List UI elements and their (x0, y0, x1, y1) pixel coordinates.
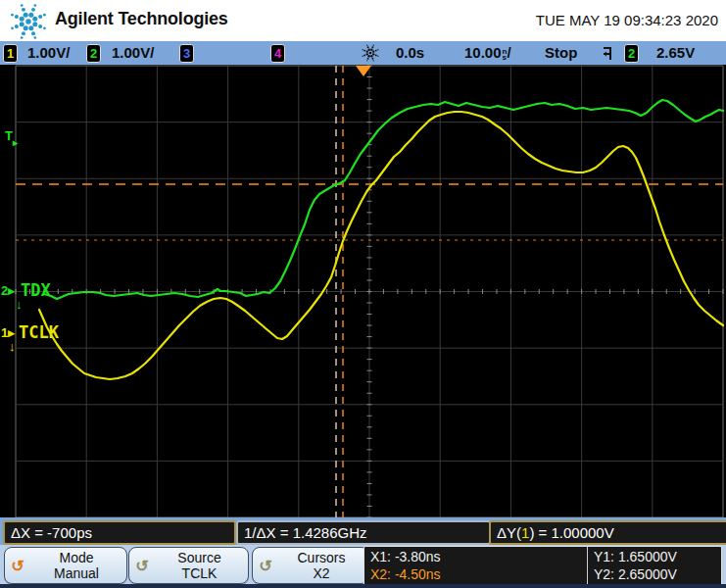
x-cursor-values: X1: -3.80ns X2: -4.50ns (364, 547, 587, 585)
status-toolbar: 1 1.00V/ 2 1.00V/ 3 4 0.0s 10.00ns/ Stop… (0, 41, 726, 65)
source-button-text: SourceTCLK (155, 550, 244, 581)
channel-2-ref-marker[interactable]: 2▸ (1, 284, 15, 297)
x2-value: X2: -4.50ns (370, 565, 587, 583)
measurement-strip: ΔX = -700ps 1/ΔX = 1.4286GHz ΔY(1) = 1.0… (0, 517, 726, 545)
system-star-icon (361, 43, 380, 63)
channel-2-trace-label: TDX (21, 282, 51, 299)
mode-button-text: ModeManual (30, 550, 122, 581)
datetime-display: TUE MAY 19 09:34:23 2020 (536, 12, 718, 28)
mode-value: Manual (30, 565, 122, 581)
timebase-value: 10.00 (464, 44, 502, 61)
trace-tdx (44, 100, 723, 299)
cursors-value: X2 (278, 565, 364, 581)
trigger-level-readout: 2.65V (656, 44, 695, 62)
delay-readout: 0.0s (396, 44, 424, 62)
waveform-display: T ▸ 2▸ ↓ TDX 1▸ ↓ TCLK (0, 65, 726, 517)
source-label: Source (155, 550, 244, 565)
cursor-values-box: X1: -3.80ns X2: -4.50ns Y1: 1.65000V Y2:… (363, 546, 722, 586)
trigger-edge-icon (601, 45, 616, 61)
source-value: TCLK (155, 565, 244, 581)
channel-2-scale: 1.00V/ (112, 44, 154, 62)
oscilloscope-screen: Agilent Technologies TUE MAY 19 09:34:23… (0, 0, 726, 588)
mode-softkey-button[interactable]: ↺ ModeManual (4, 547, 127, 584)
agilent-spark-icon (8, 1, 49, 40)
rotary-knob-icon: ↺ (9, 557, 26, 575)
timebase-slash: / (507, 44, 510, 61)
channel-1-badge[interactable]: 1 (3, 44, 18, 63)
rotary-knob-icon: ↺ (133, 557, 151, 575)
timebase-readout: 10.00ns/ (464, 44, 511, 62)
channel-1-trace-label: TCLK (19, 324, 59, 341)
channel-1-scale: 1.00V/ (27, 44, 70, 62)
graticule-canvas (0, 65, 726, 517)
delta-y-prefix: ΔY( (497, 524, 521, 541)
brand-title: Agilent Technologies (55, 9, 228, 29)
delta-x-readout: ΔX = -700ps (3, 520, 236, 545)
trigger-level-marker[interactable]: T (5, 129, 13, 142)
trigger-source-badge[interactable]: 2 (624, 44, 639, 63)
inverse-delta-x-readout: 1/ΔX = 1.4286GHz (236, 520, 491, 545)
y-cursor-values: Y1: 1.65000V Y2: 2.65000V (587, 547, 721, 585)
trigger-marker-arrow: ▸ (13, 138, 18, 148)
acquisition-state: Stop (545, 44, 577, 62)
cursors-button-text: CursorsX2 (278, 550, 364, 581)
bottom-bezel-strip (0, 584, 726, 588)
source-softkey-button[interactable]: ↺ SourceTCLK (128, 547, 249, 584)
trace-tclk (39, 112, 723, 379)
softkey-menu: ↺ ModeManual ↺ SourceTCLK ↺ CursorsX2 X1… (0, 545, 726, 588)
x1-value: X1: -3.80ns (370, 548, 587, 565)
channel-4-badge[interactable]: 4 (270, 44, 285, 63)
channel-3-badge[interactable]: 3 (179, 44, 194, 63)
y1-value: Y1: 1.65000V (594, 548, 721, 565)
cursors-softkey-button[interactable]: ↺ CursorsX2 (252, 547, 369, 584)
y2-value: Y2: 2.65000V (594, 565, 721, 583)
rotary-knob-icon: ↺ (257, 557, 274, 575)
channel-2-ref-arrow: ▸ (8, 283, 15, 298)
cursors-label: Cursors (278, 550, 364, 565)
channel-1-down-arrow-icon: ↓ (9, 340, 16, 353)
channel-1-ref-marker[interactable]: 1▸ (1, 326, 15, 339)
delta-y-readout: ΔY(1) = 1.00000V (489, 520, 726, 545)
mode-label: Mode (30, 550, 122, 565)
channel-1-ref-arrow: ▸ (8, 325, 15, 340)
header-bar: Agilent Technologies TUE MAY 19 09:34:23… (0, 0, 726, 41)
channel-2-badge[interactable]: 2 (86, 44, 101, 63)
delta-y-suffix: ) = 1.00000V (529, 524, 613, 541)
